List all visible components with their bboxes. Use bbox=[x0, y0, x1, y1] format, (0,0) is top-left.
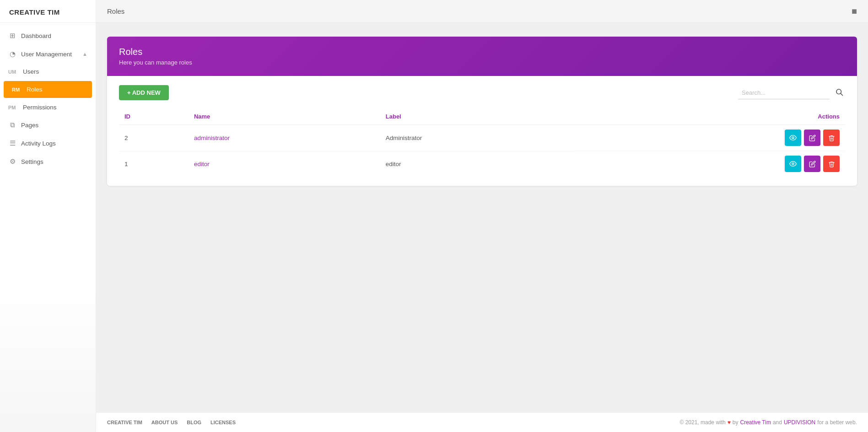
cell-id: 1 bbox=[119, 151, 189, 177]
delete-button[interactable] bbox=[823, 130, 840, 146]
sidebar-nav: ⊞ Dashboard ◔ User Management ▲ UM Users… bbox=[0, 23, 96, 432]
sidebar-label-users: Users bbox=[23, 68, 87, 75]
gear-icon: ⚙ bbox=[8, 157, 16, 166]
sidebar-item-dashboard[interactable]: ⊞ Dashboard bbox=[0, 27, 96, 45]
footer-copyright-text: © 2021, made with bbox=[679, 419, 725, 426]
footer-and: and bbox=[773, 419, 782, 426]
sidebar-label-permissions: Permissions bbox=[23, 104, 87, 111]
pencil-icon bbox=[809, 161, 816, 167]
page-title: Roles bbox=[107, 7, 124, 15]
sidebar-prefix-permissions: PM bbox=[8, 105, 18, 110]
cell-label: editor bbox=[380, 151, 575, 177]
copy-icon: ⧉ bbox=[8, 121, 16, 129]
edit-button[interactable] bbox=[804, 130, 820, 146]
cell-label: Administrator bbox=[380, 125, 575, 151]
cell-actions bbox=[575, 151, 845, 177]
footer-link-about-us[interactable]: ABOUT US bbox=[151, 420, 178, 425]
pencil-icon bbox=[809, 135, 816, 141]
footer: CREATIVE TIM ABOUT US BLOG LICENSES © 20… bbox=[96, 412, 868, 432]
sidebar-label-settings: Settings bbox=[21, 158, 87, 165]
sidebar: CREATIVE TIM ⊞ Dashboard ◔ User Manageme… bbox=[0, 0, 96, 432]
footer-author2[interactable]: UPDIVISION bbox=[784, 419, 815, 426]
brand-logo: CREATIVE TIM bbox=[0, 0, 96, 23]
sidebar-item-users[interactable]: UM Users bbox=[0, 63, 96, 80]
roles-card: Roles Here you can manage roles + ADD NE… bbox=[107, 37, 857, 186]
list-icon: ☰ bbox=[8, 139, 16, 147]
main-content: Roles ■ Roles Here you can manage roles … bbox=[96, 0, 868, 432]
cell-actions bbox=[575, 125, 845, 151]
search-wrapper bbox=[738, 86, 845, 100]
cell-id: 2 bbox=[119, 125, 189, 151]
add-new-button[interactable]: + ADD NEW bbox=[119, 85, 169, 100]
sidebar-label-activity-logs: Activity Logs bbox=[21, 140, 87, 147]
roles-table: ID Name Label Actions 2 administrator Ad… bbox=[119, 108, 845, 177]
delete-button[interactable] bbox=[823, 156, 840, 172]
col-label: Label bbox=[380, 108, 575, 125]
footer-link-licenses[interactable]: LICENSES bbox=[210, 420, 236, 425]
search-icon bbox=[835, 88, 843, 96]
sidebar-item-roles[interactable]: RM Roles bbox=[4, 81, 92, 98]
topbar: Roles ■ bbox=[96, 0, 868, 23]
svg-line-1 bbox=[841, 93, 842, 95]
footer-suffix: for a better web. bbox=[817, 419, 857, 426]
table-head: ID Name Label Actions bbox=[119, 108, 845, 125]
footer-link-blog[interactable]: BLOG bbox=[187, 420, 201, 425]
trash-icon bbox=[828, 135, 835, 141]
sidebar-label-roles: Roles bbox=[27, 86, 84, 93]
search-button[interactable] bbox=[833, 86, 845, 100]
card-header-subtitle: Here you can manage roles bbox=[119, 59, 845, 66]
footer-links: CREATIVE TIM ABOUT US BLOG LICENSES bbox=[107, 420, 236, 425]
footer-author1[interactable]: Creative Tim bbox=[740, 419, 771, 426]
sidebar-item-pages[interactable]: ⧉ Pages bbox=[0, 116, 96, 134]
cell-name: editor bbox=[189, 151, 380, 177]
footer-link-creative-tim[interactable]: CREATIVE TIM bbox=[107, 420, 142, 425]
sidebar-prefix-users: UM bbox=[8, 69, 18, 75]
table-row: 1 editor editor bbox=[119, 151, 845, 177]
eye-icon bbox=[789, 134, 797, 141]
trash-icon bbox=[828, 161, 835, 167]
col-name: Name bbox=[189, 108, 380, 125]
view-button[interactable] bbox=[785, 156, 801, 172]
content-area: Roles Here you can manage roles + ADD NE… bbox=[96, 23, 868, 412]
footer-copyright: © 2021, made with ♥ by Creative Tim and … bbox=[679, 419, 857, 426]
card-header-title: Roles bbox=[119, 47, 845, 57]
sidebar-item-activity-logs[interactable]: ☰ Activity Logs bbox=[0, 134, 96, 152]
sidebar-label-dashboard: Dashboard bbox=[21, 32, 87, 39]
user-icon[interactable]: ■ bbox=[852, 6, 857, 16]
svg-point-2 bbox=[792, 137, 794, 139]
table-header-row: ID Name Label Actions bbox=[119, 108, 845, 125]
chevron-down-icon: ▲ bbox=[82, 51, 87, 57]
heart-icon: ♥ bbox=[728, 419, 731, 426]
table-row: 2 administrator Administrator bbox=[119, 125, 845, 151]
eye-icon bbox=[789, 160, 797, 167]
search-input[interactable] bbox=[738, 86, 830, 99]
card-header: Roles Here you can manage roles bbox=[107, 37, 857, 76]
table-body: 2 administrator Administrator bbox=[119, 125, 845, 177]
clock-icon: ◔ bbox=[8, 50, 16, 58]
col-id: ID bbox=[119, 108, 189, 125]
sidebar-label-pages: Pages bbox=[21, 122, 87, 129]
sidebar-item-settings[interactable]: ⚙ Settings bbox=[0, 152, 96, 171]
edit-button[interactable] bbox=[804, 156, 820, 172]
sidebar-prefix-roles: RM bbox=[12, 87, 22, 92]
view-button[interactable] bbox=[785, 130, 801, 146]
grid-icon: ⊞ bbox=[8, 32, 16, 40]
sidebar-label-user-management: User Management bbox=[21, 51, 78, 58]
toolbar-row: + ADD NEW bbox=[119, 85, 845, 100]
card-body: + ADD NEW bbox=[107, 76, 857, 186]
svg-point-3 bbox=[792, 163, 794, 165]
cell-name: administrator bbox=[189, 125, 380, 151]
footer-by: by bbox=[733, 419, 739, 426]
col-actions: Actions bbox=[575, 108, 845, 125]
sidebar-item-permissions[interactable]: PM Permissions bbox=[0, 99, 96, 116]
sidebar-item-user-management[interactable]: ◔ User Management ▲ bbox=[0, 45, 96, 63]
